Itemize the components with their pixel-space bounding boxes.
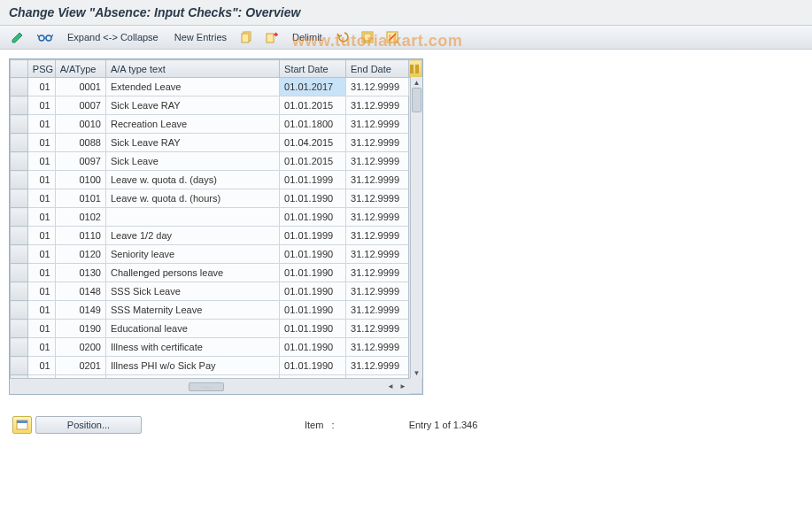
cell-aatext[interactable]: Seniority leave bbox=[105, 245, 279, 264]
cell-end-date[interactable]: 31.12.9999 bbox=[346, 171, 409, 189]
column-selector[interactable] bbox=[11, 60, 28, 78]
scroll-up-icon[interactable]: ▲ bbox=[412, 77, 422, 88]
cell-aatext[interactable]: SSS Sick Leave bbox=[105, 282, 279, 301]
cell-aatext[interactable]: Leave w. quota d. (hours) bbox=[105, 189, 279, 208]
cell-aatext[interactable]: Illness with certificate bbox=[105, 338, 279, 357]
table-row[interactable]: 010007Sick Leave RAY01.01.201531.12.9999 bbox=[11, 96, 422, 115]
cell-aatype[interactable]: 0190 bbox=[55, 320, 105, 338]
cell-psg[interactable]: 01 bbox=[27, 96, 55, 115]
cell-end-date[interactable]: 31.12.9999 bbox=[346, 96, 409, 115]
scroll-left-icon[interactable]: ◄ bbox=[385, 382, 396, 392]
cell-aatype[interactable]: 0200 bbox=[55, 338, 105, 357]
cell-end-date[interactable]: 31.12.9999 bbox=[346, 301, 409, 320]
cell-start-date[interactable]: 01.01.1990 bbox=[280, 264, 346, 282]
cell-psg[interactable]: 01 bbox=[27, 301, 55, 320]
cell-psg[interactable]: 01 bbox=[27, 171, 55, 189]
row-selector[interactable] bbox=[11, 152, 28, 171]
cell-psg[interactable]: 01 bbox=[27, 282, 55, 301]
cell-aatype[interactable]: 0102 bbox=[55, 208, 105, 227]
cell-end-date[interactable]: 31.12.9999 bbox=[346, 208, 409, 227]
table-row[interactable]: 010110Leave 1/2 day01.01.199931.12.9999 bbox=[11, 227, 422, 245]
cell-aatype[interactable]: 0007 bbox=[55, 96, 105, 115]
row-selector[interactable] bbox=[11, 357, 28, 375]
row-selector[interactable] bbox=[11, 282, 28, 301]
copy-icon[interactable] bbox=[237, 29, 257, 45]
cell-psg[interactable]: 01 bbox=[27, 78, 55, 96]
position-icon[interactable] bbox=[12, 416, 32, 434]
table-row[interactable]: 010120Seniority leave01.01.199031.12.999… bbox=[11, 245, 422, 264]
cell-end-date[interactable]: 31.12.9999 bbox=[346, 338, 409, 357]
new-entries-button[interactable]: New Entries bbox=[169, 30, 232, 44]
cell-psg[interactable]: 01 bbox=[27, 320, 55, 338]
scroll-right-icon[interactable]: ► bbox=[398, 382, 408, 392]
cell-end-date[interactable]: 31.12.9999 bbox=[346, 152, 409, 171]
configure-columns-icon[interactable] bbox=[408, 60, 421, 78]
cell-start-date[interactable]: 01.04.2015 bbox=[280, 134, 346, 152]
cell-aatype[interactable]: 0120 bbox=[55, 245, 105, 264]
cell-psg[interactable]: 01 bbox=[27, 264, 55, 282]
cell-psg[interactable]: 01 bbox=[27, 189, 55, 208]
table-row[interactable]: 010130Challenged persons leave01.01.1990… bbox=[11, 264, 422, 282]
row-selector[interactable] bbox=[11, 189, 28, 208]
select-all-icon[interactable] bbox=[358, 29, 377, 45]
cell-start-date[interactable]: 01.01.1990 bbox=[280, 245, 346, 264]
cell-psg[interactable]: 01 bbox=[27, 227, 55, 245]
column-end-date[interactable]: End Date bbox=[346, 60, 409, 78]
row-selector[interactable] bbox=[11, 320, 28, 338]
copy-as-icon[interactable] bbox=[262, 29, 282, 45]
cell-aatype[interactable]: 0001 bbox=[55, 78, 105, 96]
cell-psg[interactable]: 01 bbox=[27, 338, 55, 357]
cell-aatype[interactable]: 0100 bbox=[55, 171, 105, 189]
table-row[interactable]: 010149SSS Maternity Leave01.01.199031.12… bbox=[11, 301, 422, 320]
cell-aatext[interactable]: SSS Maternity Leave bbox=[105, 301, 279, 320]
cell-psg[interactable]: 01 bbox=[27, 245, 55, 264]
cell-psg[interactable]: 01 bbox=[27, 208, 55, 227]
cell-start-date[interactable]: 01.01.1990 bbox=[280, 301, 346, 320]
cell-aatype[interactable]: 0149 bbox=[55, 301, 105, 320]
cell-end-date[interactable]: 31.12.9999 bbox=[346, 245, 409, 264]
row-selector[interactable] bbox=[11, 78, 28, 96]
cell-psg[interactable]: 01 bbox=[27, 152, 55, 171]
cell-aatype[interactable]: 0110 bbox=[55, 227, 105, 245]
cell-aatext[interactable]: Leave w. quota d. (days) bbox=[105, 171, 279, 189]
table-row[interactable]: 010101Leave w. quota d. (hours)01.01.199… bbox=[11, 189, 422, 208]
cell-aatext[interactable]: Challenged persons leave bbox=[105, 264, 279, 282]
cell-aatext[interactable]: Leave 1/2 day bbox=[105, 227, 279, 245]
hscroll-handle[interactable]: ∙∙∙∙ bbox=[189, 382, 224, 391]
cell-end-date[interactable]: 31.12.9999 bbox=[346, 189, 409, 208]
column-start-date[interactable]: Start Date bbox=[280, 60, 346, 78]
cell-end-date[interactable]: 31.12.9999 bbox=[346, 320, 409, 338]
column-psg[interactable]: PSG bbox=[27, 60, 55, 78]
cell-start-date[interactable]: 01.01.1990 bbox=[280, 189, 346, 208]
cell-start-date[interactable]: 01.01.1800 bbox=[280, 115, 346, 134]
cell-end-date[interactable]: 31.12.9999 bbox=[346, 264, 409, 282]
cell-psg[interactable]: 01 bbox=[27, 115, 55, 134]
table-row[interactable]: 010001Extended Leave01.01.201731.12.9999 bbox=[11, 78, 422, 96]
cell-aatype[interactable]: 0010 bbox=[55, 115, 105, 134]
cell-aatype[interactable]: 0201 bbox=[55, 357, 105, 375]
table-row[interactable]: 010088Sick Leave RAY01.04.201531.12.9999 bbox=[11, 134, 422, 152]
table-row[interactable]: 010201Illness PHI w/o Sick Pay01.01.1990… bbox=[11, 357, 422, 375]
cell-aatext[interactable]: Educational leave bbox=[105, 320, 279, 338]
cell-psg[interactable]: 01 bbox=[27, 134, 55, 152]
row-selector[interactable] bbox=[11, 134, 28, 152]
cell-psg[interactable]: 01 bbox=[27, 357, 55, 375]
cell-aatext[interactable]: Recreation Leave bbox=[105, 115, 279, 134]
glasses-icon[interactable] bbox=[34, 30, 57, 44]
row-selector[interactable] bbox=[11, 115, 28, 134]
cell-end-date[interactable]: 31.12.9999 bbox=[346, 134, 409, 152]
table-row[interactable]: 010148SSS Sick Leave01.01.199031.12.9999 bbox=[11, 282, 422, 301]
cell-start-date[interactable]: 01.01.1999 bbox=[280, 227, 346, 245]
cell-start-date[interactable]: 01.01.1990 bbox=[280, 320, 346, 338]
cell-end-date[interactable]: 31.12.9999 bbox=[346, 357, 409, 375]
delimit-button[interactable]: Delimit bbox=[287, 30, 328, 44]
expand-collapse-button[interactable]: Expand <-> Collapse bbox=[62, 30, 164, 44]
table-row[interactable]: 010097Sick Leave01.01.201531.12.9999 bbox=[11, 152, 422, 171]
cell-start-date[interactable]: 01.01.1990 bbox=[280, 282, 346, 301]
cell-aatype[interactable]: 0088 bbox=[55, 134, 105, 152]
row-selector[interactable] bbox=[11, 96, 28, 115]
cell-start-date[interactable]: 01.01.1990 bbox=[280, 338, 346, 357]
row-selector[interactable] bbox=[11, 227, 28, 245]
cell-start-date[interactable]: 01.01.2015 bbox=[280, 152, 346, 171]
deselect-all-icon[interactable] bbox=[383, 29, 402, 45]
